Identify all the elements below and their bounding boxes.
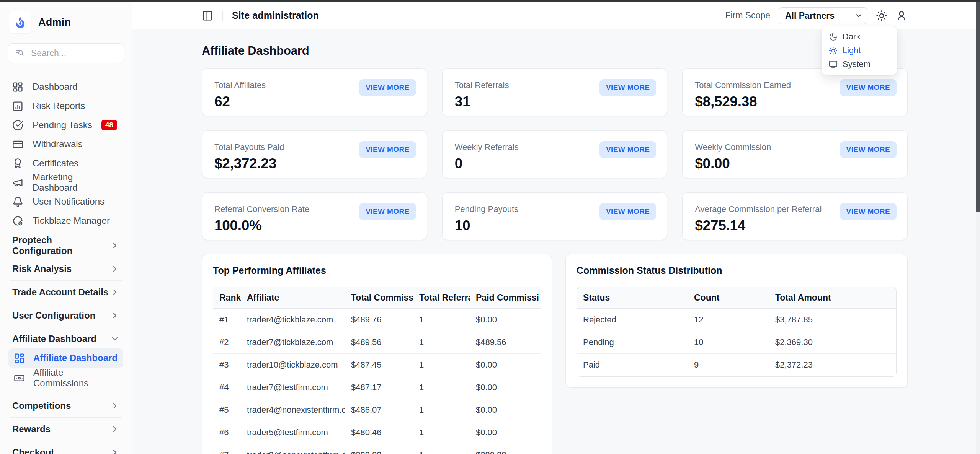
sidebar-section-header[interactable]: Affiliate Dashboard [7,331,125,347]
view-more-button[interactable]: VIEW MORE [599,141,656,158]
table-row: #2 trader7@tickblaze.com $489.56 1 $489.… [213,331,541,354]
sidebar-section-header[interactable]: User Configuration [7,308,125,324]
window-top-edge [0,0,980,2]
cell-total-commission: $489.76 [345,309,413,331]
sidebar-item[interactable]: Withdrawals [7,135,125,154]
stat-card: Weekly Commission $0.00 VIEW MORE [682,130,908,178]
view-more-button[interactable]: VIEW MORE [599,79,656,96]
sidebar-subitem[interactable]: Affiliate Commissions [8,368,123,387]
cell-paid-commission: $0.00 [470,376,539,399]
sidebar-item-label: Pending Tasks [33,120,92,130]
stat-card: Pending Payouts 10 VIEW MORE [442,192,668,240]
cell-total-referrals: 1 [413,309,470,331]
scrollbar-thumb[interactable] [976,2,980,212]
sidebar-item[interactable]: Certificates [7,154,125,173]
cell-total-commission: $486.07 [345,399,413,421]
cell-total-amount: $3,787.85 [769,309,896,331]
sun-icon [829,46,838,55]
cell-paid-commission: $0.00 [470,399,539,421]
table-row: Pending 10 $2,369.30 [577,331,896,354]
sidebar-nav: Dashboard Risk Reports Pending Tasks 48 [0,76,132,454]
stat-value: 100.0% [214,218,415,234]
commission-status-header-row: StatusCountTotal Amount [577,287,896,309]
cell-clipped: $ [539,399,541,421]
sidebar-subitem[interactable]: Affiliate Dashboard [8,348,123,368]
top-affiliates-table-clip: RankAffiliateTotal CommissionTotal Refer… [213,287,541,454]
page-breadcrumb-title: Site administration [232,10,319,21]
theme-toggle-sun-icon[interactable] [876,10,887,21]
top-affiliates-card: Top Performing Affiliates RankAffiliateT… [202,254,552,454]
table-row: #5 trader4@nonexistentfirm.com $486.07 1… [213,399,541,421]
sidebar-item[interactable]: User Notifications [7,192,125,211]
cell-status: Rejected [577,309,688,331]
sidebar-item[interactable]: Marketing Dashboard [7,173,125,192]
sidebar-section-header[interactable]: Proptech Configuration [7,238,125,254]
sidebar-item[interactable]: Dashboard [7,77,125,96]
cell-status: Paid [577,354,688,376]
sidebar-item-label: Withdrawals [33,139,83,150]
cell-total-amount: $2,369.30 [769,331,896,354]
search-input[interactable] [31,48,132,59]
section-divider [10,441,122,441]
chevron-right-icon [110,241,119,250]
theme-menu-item[interactable]: Dark [825,30,894,44]
column-header: Total Amount [769,287,896,309]
view-more-button[interactable]: VIEW MORE [359,203,416,220]
cell-affiliate: trader4@tickblaze.com [241,309,345,331]
sidebar-toggle-icon[interactable] [202,10,213,21]
view-more-button[interactable]: VIEW MORE [840,141,897,158]
cell-affiliate: trader9@nonexistentfirm.com [241,444,345,454]
sidebar-section-header[interactable]: Trade Account Details [7,284,125,300]
sidebar-section-block: Affiliate Dashboard Affiliate Dashboard [7,327,125,391]
view-more-button[interactable]: VIEW MORE [599,203,656,220]
cell-clipped: $ [539,309,541,331]
chevron-down-icon [110,334,119,343]
section-label: User Configuration [12,310,95,321]
cell-paid-commission: $0.00 [470,354,539,376]
pending-count-badge: 48 [101,120,117,131]
cell-rank: #3 [213,354,241,376]
tables-row: Top Performing Affiliates RankAffiliateT… [202,254,908,454]
cell-affiliate: trader7@testfirm.com [241,376,345,399]
sidebar-section-header[interactable]: Risk Analysis [7,261,125,277]
view-more-button[interactable]: VIEW MORE [840,79,897,96]
user-account-icon[interactable] [896,10,907,21]
section-label: Affiliate Dashboard [12,334,96,344]
sidebar-section-header[interactable]: Rewards [7,421,125,437]
cell-clipped: $ [539,444,541,454]
sidebar-section-header[interactable]: Competitions [7,398,125,414]
megaphone-icon [12,177,23,188]
cell-rank: #6 [213,421,241,444]
view-more-button[interactable]: VIEW MORE [840,203,897,220]
view-more-button[interactable]: VIEW MORE [359,79,416,96]
sidebar-item[interactable]: Pending Tasks 48 [7,116,125,135]
commission-status-table: StatusCountTotal Amount Rejected 12 $3,7… [577,287,896,376]
chevron-right-icon [110,311,119,320]
firm-scope-select-wrap: All Partners [779,7,867,24]
search-icon [15,48,25,58]
cell-paid-commission: $0.00 [470,421,539,444]
cell-rank: #7 [213,444,241,454]
dashboard-icon [12,81,23,93]
commission-status-card: Commission Status Distribution StatusCou… [565,254,908,388]
firm-scope-select[interactable]: All Partners [779,7,867,24]
section-divider [10,280,122,281]
theme-menu-item[interactable]: Light [825,44,894,57]
sidebar-item-label: Certificates [33,158,78,169]
sidebar-sections: Proptech Configuration Risk Analysis [7,234,125,454]
monitor-icon [829,60,838,69]
sidebar-item-label: Tickblaze Manager [33,215,110,226]
sidebar-item[interactable]: Tickblaze Manager [7,211,125,230]
sidebar-search[interactable] [8,43,124,63]
cell-total-referrals: 1 [413,331,470,354]
theme-menu-item[interactable]: System [825,57,894,71]
content: Affiliate Dashboard Total Affiliates 62 … [132,29,980,454]
brand-logo [9,11,31,33]
sidebar-section-block: Proptech Configuration [7,234,125,254]
view-more-button[interactable]: VIEW MORE [359,141,416,158]
chevron-right-icon [110,448,119,454]
sidebar-section-header[interactable]: Checkout [7,444,125,454]
sidebar: Admin Dashboard [0,2,132,454]
sidebar-item[interactable]: Risk Reports [7,96,125,116]
top-affiliates-title: Top Performing Affiliates [213,265,541,276]
